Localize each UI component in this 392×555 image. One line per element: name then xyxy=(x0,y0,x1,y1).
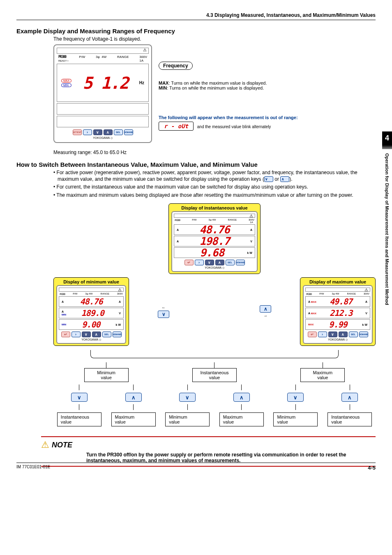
max-pill: MAX xyxy=(61,79,71,83)
frequency-figure: ⚠ PR300READY • P/W 3φ 4W RANGE 300V1A MA… xyxy=(53,44,376,143)
max-min-notes: MAX: Turns on while the maximum value is… xyxy=(159,81,376,90)
heading-how-to-switch: How to Switch Between Instantaneous Valu… xyxy=(16,161,376,168)
right-button[interactable]: › xyxy=(83,129,92,135)
col-maximum: Maximum value ∨ Minimum value ∧ Instanta… xyxy=(270,362,376,426)
up-button[interactable]: ∧ xyxy=(125,393,142,402)
note-icon: ⚠ xyxy=(41,440,49,450)
max-text: : Turns on while the maximum value is di… xyxy=(168,81,267,85)
bullet-list: For active power (regenerative power), r… xyxy=(53,170,376,198)
state-max: Maximum value xyxy=(219,412,264,426)
heading-example-display: Example Display and Measuring Ranges of … xyxy=(16,28,376,35)
out-of-range-note: The following will appear when the measu… xyxy=(159,115,376,131)
readout-empty-2 xyxy=(57,116,149,127)
bullet-1-text-b: ). xyxy=(289,176,292,182)
col-instantaneous: Instantaneous value ∨ Minimum value ∧ Ma… xyxy=(161,362,267,426)
note-heading: ⚠ NOTE xyxy=(41,440,376,450)
warning-icon: ⚠ xyxy=(249,214,253,218)
set-ent-button[interactable]: SET/ENT xyxy=(73,129,82,135)
state-inst: Instantaneous value xyxy=(57,412,101,426)
range-label: RANGE xyxy=(117,55,129,62)
minimum-panel: Display of minimum value ⚠ PR300P/W3φ 4W… xyxy=(53,277,129,346)
mini-labels: PR300P/W3φ 4WRANGE300V1A xyxy=(174,219,255,223)
min-pill: MIN xyxy=(61,83,71,87)
frequency-callout: Frequency xyxy=(159,62,193,70)
diagram-middle-row: Display of minimum value ⚠ PR300P/W3φ 4W… xyxy=(53,277,376,346)
r-out-display: r - oUt xyxy=(159,122,194,131)
brand-label: YOKOGAWA ◇ xyxy=(57,136,149,140)
device-max: ⚠ PR300P/W3φ 4WRANGE300V A MAX49.87A A M… xyxy=(303,285,373,344)
warning-icon: ⚠ xyxy=(143,48,147,52)
section-header: 4.3 Displaying Measured, Instantaneous, … xyxy=(16,12,376,18)
min-text: : Turns on while the minimum value is di… xyxy=(167,85,264,90)
up-button[interactable]: ∧ xyxy=(104,129,113,135)
chapter-tab: 4 Operation for Display of Measurement I… xyxy=(382,131,392,342)
phase-label: 3φ xyxy=(96,55,100,59)
down-button[interactable]: ∨ xyxy=(287,393,304,402)
diagram-up-button[interactable]: ∧ xyxy=(260,305,271,313)
max-min-pills: MAX MIN xyxy=(61,79,71,87)
state-inst: Instantaneous value xyxy=(192,368,237,382)
frequency-unit: Hz xyxy=(139,81,144,85)
max-row-1: A MAX49.87A xyxy=(305,296,370,307)
readout-box-main: MAX MIN 5 1.2 Hz xyxy=(57,64,149,102)
state-min: Minimum value xyxy=(84,368,129,382)
up-key-icon: ∧ xyxy=(280,176,289,182)
page-footer: IM 77C01E01-01E 4-5 xyxy=(16,463,376,471)
state-max: Maximum value xyxy=(111,412,156,426)
max-row-3: MAX9.99k W xyxy=(305,319,370,330)
down-button[interactable]: ∨ xyxy=(93,129,102,135)
note-block: ⚠ NOTE Turn the PR300 off/on by the powe… xyxy=(41,436,376,467)
up-button[interactable]: ∧ xyxy=(233,393,250,402)
chapter-title-vertical: Operation for Display of Measurement Ite… xyxy=(385,149,390,342)
figure-annotations: Frequency MAX: Turns on while the maximu… xyxy=(159,44,376,131)
tab-fade xyxy=(382,145,392,149)
inst-row-2: A198.7V xyxy=(174,236,255,246)
state-min: Minimum value xyxy=(165,412,210,426)
min-row-1: A48.76A xyxy=(59,296,124,307)
device-screen: ⚠ PR300READY • P/W 3φ 4W RANGE 300V1A MA… xyxy=(53,44,152,143)
switching-diagram: Display of instantaneous value ⚠ PR300P/… xyxy=(53,203,376,362)
out-of-range-heading: The following will appear when the measu… xyxy=(159,115,376,120)
diagram-down-button[interactable]: ∨ xyxy=(158,311,169,318)
blink-text: and the measured value blink alternately xyxy=(197,124,271,129)
note-body: Turn the PR300 off/on by the power suppl… xyxy=(86,452,376,463)
ready-label: READY • xyxy=(58,60,68,62)
bullet-1-or: or xyxy=(273,176,280,182)
model-label: PR300 xyxy=(58,55,66,59)
readout-empty-1 xyxy=(57,103,149,115)
min-panel-title: Display of minimum value xyxy=(63,279,119,284)
min-row-2: AMIN189.0V xyxy=(59,308,124,318)
min-row-3: MIN9.00k W xyxy=(59,319,124,330)
mini-buttons: ↵›∨∧SELDEMAND xyxy=(174,259,255,265)
voltage-label: 300V xyxy=(139,55,147,59)
col-minimum: Minimum value ∨ Instantaneous value ∧ Ma… xyxy=(53,362,159,426)
down-button[interactable]: ∨ xyxy=(71,393,88,402)
down-key-icon: ∨ xyxy=(264,176,273,182)
note-title: NOTE xyxy=(52,441,72,449)
pw-label: P/W xyxy=(79,55,85,62)
bullet-3: The maximum and minimum values being dis… xyxy=(53,192,376,199)
state-transition-grid: Minimum value ∨ Instantaneous value ∧ Ma… xyxy=(53,362,376,426)
min-bold: MIN xyxy=(159,85,167,90)
down-button[interactable]: ∨ xyxy=(179,393,196,402)
sel-button[interactable]: SEL xyxy=(114,129,123,135)
chapter-number: 4 xyxy=(382,131,392,145)
max-bold: MAX xyxy=(159,81,168,85)
demand-button[interactable]: DEMAND xyxy=(124,129,133,135)
doc-id: IM 77C01E01-01E xyxy=(16,465,50,471)
device-top-bar: ⚠ xyxy=(57,48,149,54)
max-panel-title: Display of maximum value xyxy=(309,279,366,284)
mini-top: ⚠ xyxy=(174,214,255,218)
state-max: Maximum value xyxy=(300,368,345,382)
bullet-1-text-a: For active power (regenerative power), r… xyxy=(57,170,357,182)
up-button[interactable]: ∧ xyxy=(341,393,358,402)
state-min: Minimum value xyxy=(273,412,318,426)
bullet-1: For active power (regenerative power), r… xyxy=(53,170,376,182)
instantaneous-panel: Display of instantaneous value ⚠ PR300P/… xyxy=(168,203,261,274)
device-min: ⚠ PR300P/W3φ 4WRANGE300V A48.76A AMIN189… xyxy=(56,285,126,344)
state-inst: Instantaneous value xyxy=(327,412,372,426)
connector-lines xyxy=(53,346,376,362)
bullet-2: For current, the instantaneous value and… xyxy=(53,184,376,191)
device-labels: PR300READY • P/W 3φ 4W RANGE 300V1A xyxy=(57,55,149,62)
inst-panel-title: Display of instantaneous value xyxy=(181,205,247,210)
